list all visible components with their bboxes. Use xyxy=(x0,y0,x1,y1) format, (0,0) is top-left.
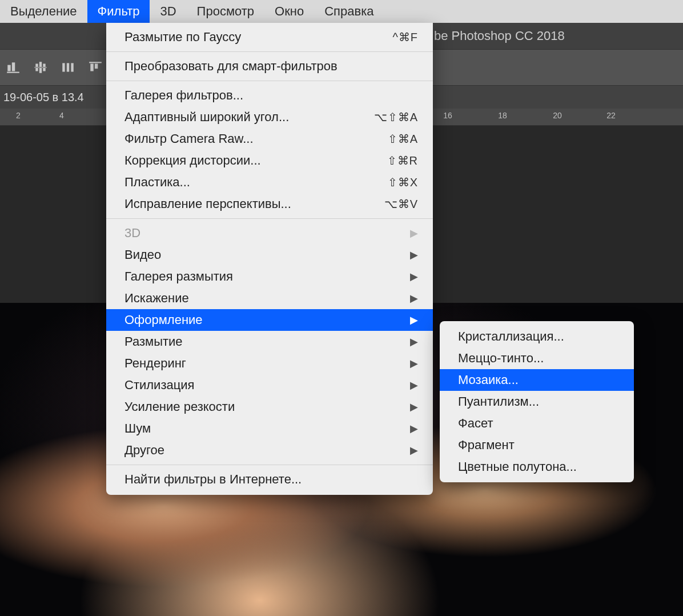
menu-item-label: Коррекция дисторсии... xyxy=(124,153,387,168)
menu-item[interactable]: Усиление резкости▶ xyxy=(106,396,433,418)
menu-item[interactable]: Пластика...⇧⌘X xyxy=(106,171,433,193)
menu-separator xyxy=(106,218,433,219)
svg-rect-1 xyxy=(12,62,15,71)
submenu-item-label: Фрагмент xyxy=(458,438,515,453)
submenu-item[interactable]: Цветные полутона... xyxy=(440,456,634,478)
chevron-right-icon: ▶ xyxy=(410,444,418,457)
menu-item[interactable]: Видео▶ xyxy=(106,244,433,266)
menu-item-label: 3D xyxy=(124,226,410,241)
submenu-item[interactable]: Меццо-тинто... xyxy=(440,347,634,369)
menu-item-shortcut: ⇧⌘R xyxy=(387,154,418,167)
menu-item-shortcut: ⇧⌘X xyxy=(388,175,418,189)
chevron-right-icon: ▶ xyxy=(410,227,418,239)
menu-item-label: Размытие xyxy=(124,334,410,349)
svg-rect-2 xyxy=(7,72,19,73)
submenu-item[interactable]: Фасет xyxy=(440,413,634,434)
chevron-right-icon: ▶ xyxy=(410,335,418,348)
menubar-item-filter[interactable]: Фильтр xyxy=(87,0,150,23)
menu-item[interactable]: Галерея размытия▶ xyxy=(106,266,433,287)
menubar-item-window[interactable]: Окно xyxy=(264,0,314,23)
menu-item-label: Усиление резкости xyxy=(124,399,410,414)
menubar-item-help[interactable]: Справка xyxy=(314,0,384,23)
menu-item[interactable]: Размытие▶ xyxy=(106,331,433,353)
menu-item-shortcut: ⌥⌘V xyxy=(384,197,418,211)
filter-submenu: Кристаллизация...Меццо-тинто...Мозаика..… xyxy=(440,321,634,482)
menu-item[interactable]: Найти фильтры в Интернете... xyxy=(106,469,433,490)
menu-item[interactable]: Стилизация▶ xyxy=(106,374,433,396)
menu-item-label: Фильтр Camera Raw... xyxy=(124,131,388,146)
menu-item[interactable]: Шум▶ xyxy=(106,418,433,439)
ruler-number: 2 xyxy=(16,111,21,120)
document-tab-label: 19-06-05 в 13.4 xyxy=(3,91,84,104)
chevron-right-icon: ▶ xyxy=(410,249,418,261)
menu-item[interactable]: Фильтр Camera Raw...⇧⌘A xyxy=(106,128,433,150)
menu-item[interactable]: Галерея фильтров... xyxy=(106,85,433,106)
chevron-right-icon: ▶ xyxy=(410,422,418,435)
menu-separator xyxy=(106,465,433,465)
align-distribute-icon[interactable] xyxy=(58,58,78,77)
svg-rect-9 xyxy=(71,63,73,71)
ruler-number: 18 xyxy=(498,111,507,120)
menubar-item-3d[interactable]: 3D xyxy=(150,0,186,23)
menu-item-label: Адаптивный широкий угол... xyxy=(124,110,374,125)
menu-separator xyxy=(106,81,433,81)
chevron-right-icon: ▶ xyxy=(410,292,418,305)
menu-item[interactable]: Искажение▶ xyxy=(106,287,433,309)
menu-item-label: Другое xyxy=(124,443,410,458)
menu-item-shortcut: ⌥⇧⌘A xyxy=(374,110,418,124)
align-top-icon[interactable] xyxy=(86,58,105,77)
ruler-number: 16 xyxy=(443,111,452,120)
menu-item[interactable]: Исправление перспективы...⌥⌘V xyxy=(106,193,433,215)
menu-item[interactable]: Другое▶ xyxy=(106,439,433,461)
svg-rect-6 xyxy=(34,67,47,68)
filter-dropdown-menu: Размытие по Гауссу^⌘FПреобразовать для с… xyxy=(106,23,433,495)
ruler-number: 4 xyxy=(59,111,64,120)
menu-item-label: Галерея размытия xyxy=(124,269,410,284)
menu-item-label: Исправление перспективы... xyxy=(124,197,384,211)
svg-rect-10 xyxy=(89,62,102,63)
submenu-item-label: Фасет xyxy=(458,416,493,431)
menu-item-label: Рендеринг xyxy=(124,356,410,371)
menu-item[interactable]: Размытие по Гауссу^⌘F xyxy=(106,26,433,48)
chevron-right-icon: ▶ xyxy=(410,357,418,370)
svg-rect-8 xyxy=(67,63,69,71)
chevron-right-icon: ▶ xyxy=(410,401,418,413)
menu-separator xyxy=(106,51,433,52)
submenu-item-label: Меццо-тинто... xyxy=(458,351,544,366)
submenu-item[interactable]: Кристаллизация... xyxy=(440,326,634,347)
menu-item: 3D▶ xyxy=(106,222,433,244)
menu-item-label: Галерея фильтров... xyxy=(124,88,418,103)
submenu-item[interactable]: Пуантилизм... xyxy=(440,391,634,413)
ruler-number: 20 xyxy=(553,111,562,120)
submenu-item-label: Цветные полутона... xyxy=(458,459,577,474)
menu-item-label: Пластика... xyxy=(124,175,388,190)
menu-item[interactable]: Коррекция дисторсии...⇧⌘R xyxy=(106,150,433,171)
menu-item[interactable]: Адаптивный широкий угол...⌥⇧⌘A xyxy=(106,106,433,128)
menu-item-label: Преобразовать для смарт-фильтров xyxy=(124,59,418,74)
menu-item[interactable]: Оформление▶ xyxy=(106,309,433,331)
svg-rect-11 xyxy=(90,64,93,71)
menubar-item-view[interactable]: Просмотр xyxy=(187,0,264,23)
menu-item[interactable]: Преобразовать для смарт-фильтров xyxy=(106,55,433,77)
submenu-item-label: Пуантилизм... xyxy=(458,394,539,409)
menu-item-shortcut: ^⌘F xyxy=(392,30,418,44)
chevron-right-icon: ▶ xyxy=(410,379,418,391)
menu-item-shortcut: ⇧⌘A xyxy=(388,132,418,146)
chevron-right-icon: ▶ xyxy=(410,270,418,283)
menu-item-label: Видео xyxy=(124,247,410,262)
menu-item-label: Искажение xyxy=(124,291,410,306)
ruler-number: 22 xyxy=(606,111,616,120)
menu-item-label: Оформление xyxy=(124,313,410,327)
menu-item-label: Найти фильтры в Интернете... xyxy=(124,472,418,487)
menu-item[interactable]: Рендеринг▶ xyxy=(106,353,433,374)
menu-item-label: Стилизация xyxy=(124,378,410,393)
menubar-item-selection[interactable]: Выделение xyxy=(0,0,87,23)
submenu-item[interactable]: Фрагмент xyxy=(440,434,634,456)
svg-rect-7 xyxy=(62,63,65,71)
menu-item-label: Шум xyxy=(124,421,410,436)
align-bottom-icon[interactable] xyxy=(3,58,23,77)
chevron-right-icon: ▶ xyxy=(410,314,418,326)
align-center-vertical-icon[interactable] xyxy=(31,58,50,77)
submenu-item[interactable]: Мозаика... xyxy=(440,369,634,391)
window-title: be Photoshop CC 2018 xyxy=(434,29,565,43)
